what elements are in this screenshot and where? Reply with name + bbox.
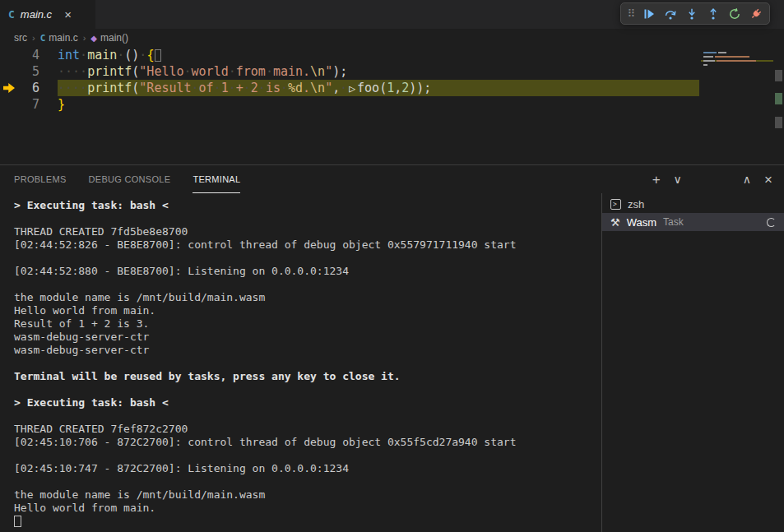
whitespace-dots: · (244, 81, 251, 95)
line-number: 5 (32, 64, 39, 79)
disconnect-button[interactable] (746, 4, 765, 23)
drag-handle-icon[interactable]: ⠿ (627, 7, 635, 20)
step-out-button[interactable] (703, 4, 722, 23)
editor-gutter[interactable]: 4 (0, 47, 58, 63)
terminal-line: THREAD CREATED 7fd5be8e8700 (14, 225, 601, 238)
editor-cursor (155, 49, 161, 62)
panel-tab-debug-console[interactable]: DEBUG CONSOLE (89, 166, 171, 193)
code-content[interactable]: } (58, 96, 699, 113)
whitespace-dots: · (258, 81, 266, 95)
continue-button[interactable] (639, 4, 658, 23)
whitespace-dots: ···· (58, 64, 87, 79)
whitespace-dots: · (117, 48, 124, 62)
whitespace-dots: · (184, 64, 192, 79)
c-file-icon: C (40, 33, 46, 44)
editor-gutter[interactable]: 7 (0, 96, 58, 113)
tab-close-icon[interactable]: × (64, 7, 72, 21)
maximize-panel-icon[interactable]: ∧ (743, 173, 751, 185)
terminal-line: wasm-debug-server-ctr (14, 331, 601, 344)
terminal-line: > Executing task: bash < (14, 199, 601, 212)
step-over-button[interactable] (661, 4, 680, 23)
code-line: 4int·main·()·{ (0, 47, 699, 63)
terminal-list: >zsh⚒WasmTask (601, 193, 784, 532)
code-line: 6····printf("Result·of·1·+·2·is·%d.\n",·… (0, 80, 699, 96)
terminal-line: the module name is /mnt/build/main.wasm (14, 291, 601, 304)
terminal-line (14, 449, 601, 462)
overview-ruler (773, 47, 784, 164)
step-into-button[interactable] (682, 4, 701, 23)
whitespace-dots: · (266, 64, 273, 79)
line-number: 6 (32, 81, 39, 95)
debug-current-line-arrow (3, 83, 15, 93)
whitespace-dots: · (340, 81, 347, 95)
inline-run-icon[interactable]: ▷ (347, 82, 357, 95)
terminal-line: wasm-debug-server-ctr (14, 344, 601, 357)
tab-main-c[interactable]: C main.c × (0, 0, 95, 29)
terminal-line: Hello world from main. (14, 502, 601, 515)
line-number: 4 (32, 48, 39, 62)
symbol-method-icon: ◆ (90, 34, 97, 43)
code-content[interactable]: ····printf("Result·of·1·+·2·is·%d.\n",·▷… (58, 80, 699, 96)
breadcrumb-item-main[interactable]: ◆main() (90, 32, 128, 44)
code-editor[interactable]: 4int·main·()·{5····printf("Hello·world·f… (0, 47, 784, 164)
terminal-line: [02:44:52:880 - BE8E8700]: Listening on … (14, 265, 601, 278)
terminal-line (14, 383, 601, 396)
minimap[interactable] (701, 49, 773, 68)
terminal-list-item-wasm[interactable]: ⚒WasmTask (602, 213, 784, 231)
terminal-line (14, 475, 601, 488)
terminal-line: the module name is /mnt/build/main.wasm (14, 488, 601, 502)
terminal-line: [02:45:10:706 - 872C2700]: control threa… (14, 436, 601, 449)
panel-body: > Executing task: bash < THREAD CREATED … (0, 193, 784, 532)
terminal-line: Terminal will be reused by tasks, press … (14, 370, 601, 383)
editor-gutter[interactable]: 6 (0, 80, 58, 96)
restart-button[interactable] (725, 4, 744, 23)
code-content[interactable]: int·main·()·{ (58, 47, 699, 63)
breadcrumb-item-mainc[interactable]: Cmain.c (40, 32, 78, 44)
code-line: 5····printf("Hello·world·from·main.\n"); (0, 63, 699, 80)
breadcrumb-item-src[interactable]: src (14, 32, 27, 44)
debug-toolbar: ⠿ (620, 2, 770, 25)
terminal-line (14, 278, 601, 291)
breadcrumb-separator: › (83, 33, 86, 43)
terminal-line (14, 357, 601, 370)
terminal-line (14, 409, 601, 423)
terminal-line: THREAD CREATED 7fef872c2700 (14, 423, 601, 436)
tools-icon: ⚒ (610, 217, 620, 228)
terminal-line: [02:45:10:747 - 872C2700]: Listening on … (14, 462, 601, 475)
code-line: 7} (0, 96, 699, 113)
terminal-icon: > (610, 199, 621, 210)
code-content[interactable]: ····printf("Hello·world·from·main.\n"); (58, 63, 699, 80)
close-panel-icon[interactable]: × (764, 173, 772, 187)
line-number: 7 (32, 97, 39, 112)
bottom-panel: PROBLEMSDEBUG CONSOLETERMINAL +∨∧× > Exe… (0, 164, 784, 532)
terminal-output[interactable]: > Executing task: bash < THREAD CREATED … (0, 193, 601, 532)
panel-header: PROBLEMSDEBUG CONSOLETERMINAL +∨∧× (0, 165, 784, 193)
terminal-line (14, 252, 601, 265)
panel-tab-problems[interactable]: PROBLEMS (14, 166, 67, 193)
terminal-line (14, 212, 601, 225)
terminal-line: [02:44:52:826 - BE8E8700]: control threa… (14, 238, 601, 252)
whitespace-dots: · (214, 81, 221, 95)
panel-actions: +∨∧× (652, 173, 772, 187)
terminal-dropdown-icon[interactable]: ∨ (674, 173, 682, 185)
whitespace-dots: · (229, 81, 236, 95)
tab-bar: C main.c × ⠿ (0, 0, 784, 29)
terminal-cursor (14, 516, 21, 527)
whitespace-dots: · (281, 81, 288, 95)
terminal-line (14, 515, 601, 530)
terminal-line: Hello world from main. (14, 304, 601, 317)
loading-spinner-icon (767, 218, 776, 227)
c-file-icon: C (8, 8, 15, 21)
terminal-line: Result of 1 + 2 is 3. (14, 317, 601, 331)
new-terminal-icon[interactable]: + (652, 173, 661, 187)
whitespace-dots: · (80, 48, 87, 62)
tab-label: main.c (21, 8, 52, 21)
editor-gutter[interactable]: 5 (0, 63, 58, 80)
terminal-list-item-zsh[interactable]: >zsh (602, 195, 784, 213)
breadcrumb-separator: › (32, 33, 35, 43)
whitespace-dots: ···· (58, 81, 87, 95)
whitespace-dots: · (229, 64, 236, 79)
panel-tab-terminal[interactable]: TERMINAL (193, 166, 240, 193)
whitespace-dots: · (192, 81, 199, 95)
terminal-line: > Executing task: bash < (14, 396, 601, 409)
